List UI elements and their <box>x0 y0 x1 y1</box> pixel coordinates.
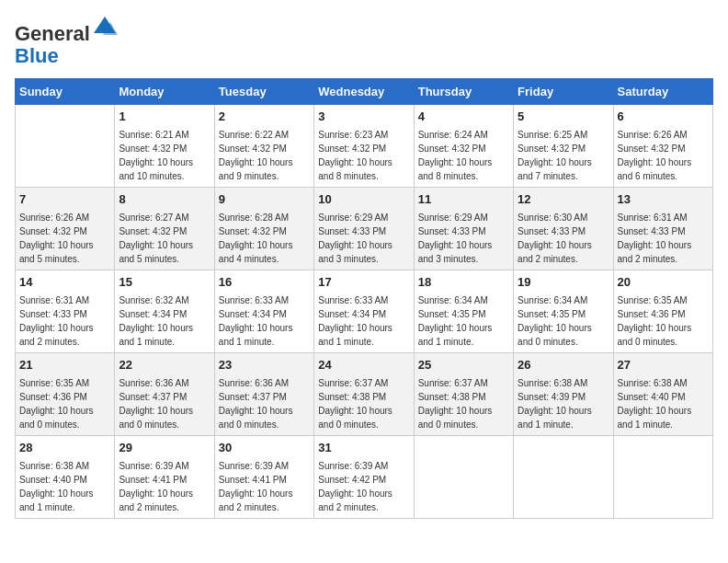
day-cell: 2Sunrise: 6:22 AM Sunset: 4:32 PM Daylig… <box>214 105 313 188</box>
day-info: Sunrise: 6:39 AM Sunset: 4:42 PM Dayligh… <box>318 459 409 514</box>
logo: General Blue <box>15 15 118 67</box>
day-info: Sunrise: 6:37 AM Sunset: 4:38 PM Dayligh… <box>318 376 409 431</box>
day-cell: 12Sunrise: 6:30 AM Sunset: 4:33 PM Dayli… <box>514 188 613 270</box>
day-number: 27 <box>618 357 709 373</box>
column-header-thursday: Thursday <box>414 79 513 105</box>
day-info: Sunrise: 6:32 AM Sunset: 4:34 PM Dayligh… <box>119 293 210 349</box>
day-info: Sunrise: 6:23 AM Sunset: 4:32 PM Dayligh… <box>318 128 409 183</box>
day-cell: 7Sunrise: 6:26 AM Sunset: 4:32 PM Daylig… <box>16 188 115 270</box>
calendar-table: SundayMondayTuesdayWednesdayThursdayFrid… <box>15 78 713 519</box>
day-number: 20 <box>618 274 709 291</box>
day-cell: 20Sunrise: 6:35 AM Sunset: 4:36 PM Dayli… <box>613 270 712 353</box>
week-row-3: 14Sunrise: 6:31 AM Sunset: 4:33 PM Dayli… <box>16 270 713 353</box>
day-number: 26 <box>518 357 609 373</box>
day-cell: 4Sunrise: 6:24 AM Sunset: 4:32 PM Daylig… <box>414 105 513 188</box>
day-info: Sunrise: 6:34 AM Sunset: 4:35 PM Dayligh… <box>518 293 609 349</box>
day-number: 25 <box>418 357 509 373</box>
day-number: 17 <box>318 274 409 291</box>
week-row-1: 1Sunrise: 6:21 AM Sunset: 4:32 PM Daylig… <box>16 105 713 188</box>
day-cell: 13Sunrise: 6:31 AM Sunset: 4:33 PM Dayli… <box>613 188 712 270</box>
day-info: Sunrise: 6:39 AM Sunset: 4:41 PM Dayligh… <box>119 459 210 514</box>
day-cell: 6Sunrise: 6:26 AM Sunset: 4:32 PM Daylig… <box>613 105 712 188</box>
day-info: Sunrise: 6:35 AM Sunset: 4:36 PM Dayligh… <box>618 293 709 349</box>
day-number: 31 <box>318 440 409 456</box>
day-info: Sunrise: 6:21 AM Sunset: 4:32 PM Dayligh… <box>119 128 210 183</box>
day-number: 4 <box>418 109 509 125</box>
column-header-saturday: Saturday <box>613 79 712 105</box>
day-number: 14 <box>19 274 110 291</box>
header-row: SundayMondayTuesdayWednesdayThursdayFrid… <box>16 79 713 105</box>
day-cell: 5Sunrise: 6:25 AM Sunset: 4:32 PM Daylig… <box>514 105 613 188</box>
day-info: Sunrise: 6:26 AM Sunset: 4:32 PM Dayligh… <box>19 211 110 266</box>
column-header-tuesday: Tuesday <box>214 79 313 105</box>
column-header-monday: Monday <box>115 79 214 105</box>
day-cell <box>414 436 513 519</box>
day-info: Sunrise: 6:31 AM Sunset: 4:33 PM Dayligh… <box>618 211 709 266</box>
day-cell <box>613 436 712 519</box>
day-info: Sunrise: 6:30 AM Sunset: 4:33 PM Dayligh… <box>518 211 609 266</box>
day-info: Sunrise: 6:24 AM Sunset: 4:32 PM Dayligh… <box>418 128 509 183</box>
day-cell: 10Sunrise: 6:29 AM Sunset: 4:33 PM Dayli… <box>314 188 414 270</box>
day-info: Sunrise: 6:22 AM Sunset: 4:32 PM Dayligh… <box>219 128 310 183</box>
week-row-4: 21Sunrise: 6:35 AM Sunset: 4:36 PM Dayli… <box>16 353 713 436</box>
day-cell: 25Sunrise: 6:37 AM Sunset: 4:38 PM Dayli… <box>414 353 513 436</box>
day-cell: 8Sunrise: 6:27 AM Sunset: 4:32 PM Daylig… <box>115 188 214 270</box>
day-number: 15 <box>119 274 210 291</box>
day-cell: 21Sunrise: 6:35 AM Sunset: 4:36 PM Dayli… <box>16 353 115 436</box>
day-number: 16 <box>219 274 310 291</box>
day-info: Sunrise: 6:37 AM Sunset: 4:38 PM Dayligh… <box>418 376 509 431</box>
day-info: Sunrise: 6:34 AM Sunset: 4:35 PM Dayligh… <box>418 293 509 349</box>
day-number: 11 <box>418 191 509 208</box>
day-cell: 3Sunrise: 6:23 AM Sunset: 4:32 PM Daylig… <box>314 105 414 188</box>
day-number: 5 <box>518 109 609 125</box>
day-number: 18 <box>418 274 509 291</box>
day-number: 12 <box>518 191 609 208</box>
day-info: Sunrise: 6:25 AM Sunset: 4:32 PM Dayligh… <box>518 128 609 183</box>
day-number: 13 <box>618 191 709 208</box>
day-info: Sunrise: 6:29 AM Sunset: 4:33 PM Dayligh… <box>418 211 509 266</box>
day-number: 30 <box>219 440 310 456</box>
day-cell: 16Sunrise: 6:33 AM Sunset: 4:34 PM Dayli… <box>214 270 313 353</box>
day-number: 29 <box>119 440 210 456</box>
day-cell: 9Sunrise: 6:28 AM Sunset: 4:32 PM Daylig… <box>214 188 313 270</box>
column-header-wednesday: Wednesday <box>314 79 414 105</box>
day-info: Sunrise: 6:29 AM Sunset: 4:33 PM Dayligh… <box>318 211 409 266</box>
week-row-2: 7Sunrise: 6:26 AM Sunset: 4:32 PM Daylig… <box>16 188 713 270</box>
day-number: 1 <box>119 109 210 125</box>
day-cell: 22Sunrise: 6:36 AM Sunset: 4:37 PM Dayli… <box>115 353 214 436</box>
day-number: 6 <box>618 109 709 125</box>
day-number: 22 <box>119 357 210 373</box>
calendar-header: SundayMondayTuesdayWednesdayThursdayFrid… <box>16 79 713 105</box>
day-cell <box>16 105 115 188</box>
day-cell: 27Sunrise: 6:38 AM Sunset: 4:40 PM Dayli… <box>613 353 712 436</box>
logo-blue-text: Blue <box>15 44 59 67</box>
day-cell: 18Sunrise: 6:34 AM Sunset: 4:35 PM Dayli… <box>414 270 513 353</box>
day-info: Sunrise: 6:26 AM Sunset: 4:32 PM Dayligh… <box>618 128 709 183</box>
day-info: Sunrise: 6:38 AM Sunset: 4:40 PM Dayligh… <box>618 376 709 431</box>
logo-general-text: General <box>15 22 90 45</box>
day-cell: 29Sunrise: 6:39 AM Sunset: 4:41 PM Dayli… <box>115 436 214 519</box>
day-number: 9 <box>219 191 310 208</box>
day-number: 8 <box>119 191 210 208</box>
day-info: Sunrise: 6:38 AM Sunset: 4:40 PM Dayligh… <box>19 459 110 514</box>
day-number: 7 <box>19 191 110 208</box>
calendar-body: 1Sunrise: 6:21 AM Sunset: 4:32 PM Daylig… <box>16 105 713 519</box>
day-number: 3 <box>318 109 409 125</box>
day-info: Sunrise: 6:31 AM Sunset: 4:33 PM Dayligh… <box>19 293 110 349</box>
day-cell: 31Sunrise: 6:39 AM Sunset: 4:42 PM Dayli… <box>314 436 414 519</box>
day-info: Sunrise: 6:35 AM Sunset: 4:36 PM Dayligh… <box>19 376 110 431</box>
column-header-friday: Friday <box>514 79 613 105</box>
day-cell: 24Sunrise: 6:37 AM Sunset: 4:38 PM Dayli… <box>314 353 414 436</box>
day-number: 10 <box>318 191 409 208</box>
week-row-5: 28Sunrise: 6:38 AM Sunset: 4:40 PM Dayli… <box>16 436 713 519</box>
column-header-sunday: Sunday <box>16 79 115 105</box>
day-number: 19 <box>518 274 609 291</box>
day-number: 23 <box>219 357 310 373</box>
day-info: Sunrise: 6:33 AM Sunset: 4:34 PM Dayligh… <box>318 293 409 349</box>
day-info: Sunrise: 6:27 AM Sunset: 4:32 PM Dayligh… <box>119 211 210 266</box>
page-header: General Blue <box>15 15 713 67</box>
day-number: 2 <box>219 109 310 125</box>
day-cell: 28Sunrise: 6:38 AM Sunset: 4:40 PM Dayli… <box>16 436 115 519</box>
logo-icon <box>92 15 118 40</box>
day-cell: 26Sunrise: 6:38 AM Sunset: 4:39 PM Dayli… <box>514 353 613 436</box>
